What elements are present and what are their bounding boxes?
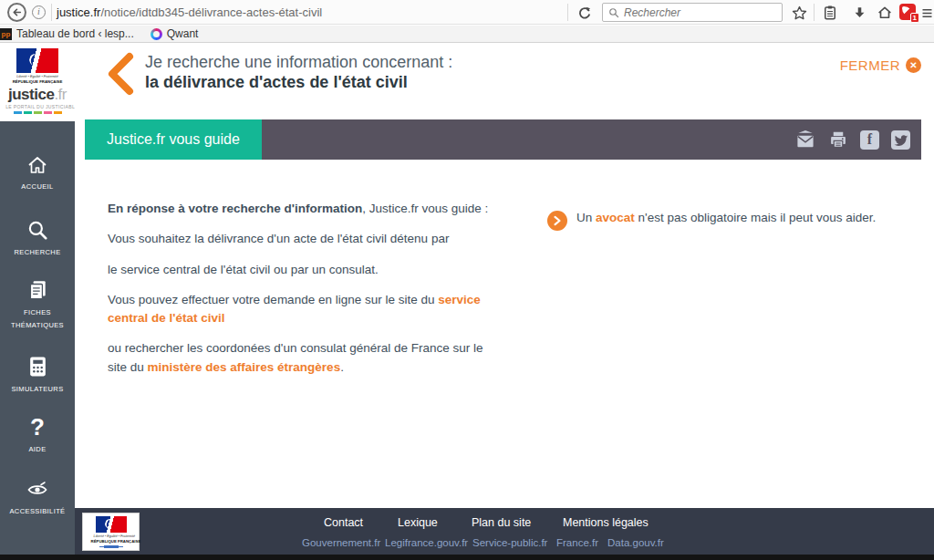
link-ministere-affaires-etrangeres[interactable]: ministère des affaires étrangères [148, 360, 341, 374]
swoosh-decoration [98, 545, 125, 548]
footer-link-lexique[interactable]: Lexique [398, 516, 438, 529]
twitter-icon [891, 130, 910, 150]
close-icon: ✕ [906, 57, 921, 73]
browser-toolbar: i justice.fr/notice/idtdb345-délivrance-… [0, 0, 934, 25]
page-pretitle: Je recherche une information concernant … [145, 53, 452, 72]
dashboard-favicon-icon: pp [0, 28, 12, 40]
download-icon [852, 5, 867, 21]
reload-button[interactable] [576, 5, 593, 21]
url-path: /notice/idtdb345-délivrance-actes-état-c… [100, 5, 322, 19]
paragraph: Vous souhaitez la délivrance d'un acte d… [108, 230, 491, 248]
hamburger-icon [920, 6, 934, 20]
home-button[interactable] [876, 4, 894, 22]
url-domain: justice.fr [57, 5, 100, 19]
brand-wordmark: justice.fr [0, 86, 75, 104]
screen: i justice.fr/notice/idtdb345-délivrance-… [0, 0, 934, 560]
republic-motto: Liberté • Égalité • Fraternité [94, 534, 129, 538]
color-dashes [0, 111, 75, 114]
search-bar[interactable] [602, 3, 783, 22]
bookmark-star-button[interactable] [790, 4, 808, 22]
republic-name: RÉPUBLIQUE FRANÇAISE [91, 540, 131, 544]
search-input[interactable] [624, 6, 776, 19]
arrow-right-icon [547, 211, 567, 231]
bookmark-label: Tableau de bord ‹ lesp... [16, 27, 134, 40]
chevron-left-icon [104, 52, 135, 96]
footer-link-data-gouv[interactable]: Data.gouv.fr [607, 537, 664, 548]
back-arrow-icon [11, 6, 23, 18]
divider [814, 4, 815, 21]
footer-link-plan-du-site[interactable]: Plan du site [472, 516, 531, 529]
sidebar-item-aide[interactable]: ? AIDE [0, 415, 75, 456]
home-icon [877, 5, 893, 21]
search-icon [608, 7, 619, 18]
menu-button[interactable] [918, 4, 934, 22]
bookmark-item-dashboard[interactable]: pp Tableau de bord ‹ lesp... [0, 27, 134, 40]
downloads-button[interactable] [850, 4, 868, 22]
search-icon [26, 218, 49, 242]
paragraph: Vous pouvez effectuer votre demande en l… [108, 291, 491, 328]
documents-icon [26, 278, 49, 302]
clipboard-icon [822, 5, 838, 21]
back-button[interactable] [7, 3, 26, 22]
republic-motto: Liberté • Égalité • Fraternité [15, 75, 61, 78]
bookmark-label: Qwant [167, 27, 199, 40]
footer: Liberté • Égalité • Fraternité RÉPUBLIQU… [75, 508, 934, 555]
sidebar-item-fiches-thematiques[interactable]: FICHES THÉMATIQUES [0, 278, 75, 333]
guide-text: En réponse à votre recherche d'informati… [108, 200, 491, 389]
close-notice-button[interactable]: FERMER ✕ [840, 57, 921, 73]
justice-logo[interactable]: Liberté • Égalité • Fraternité RÉPUBLIQU… [0, 43, 75, 121]
page-header: Je recherche une information concernant … [75, 43, 934, 119]
page-title: la délivrance d'actes de l'état civil [145, 73, 408, 92]
twitter-share-button[interactable] [891, 130, 910, 150]
page-viewport: Liberté • Égalité • Fraternité RÉPUBLIQU… [0, 43, 934, 560]
brand-tagline: LE PORTAIL DU JUSTICIABLE [5, 104, 69, 109]
footer-link-legifrance[interactable]: Legifrance.gouv.fr [385, 537, 468, 548]
divider [567, 4, 568, 21]
footer-link-contact[interactable]: Contact [324, 516, 363, 529]
footer-link-gouvernement[interactable]: Gouvernement.fr [302, 537, 380, 548]
screen-edge [0, 555, 934, 560]
sidebar-item-accueil[interactable]: ACCUEIL [0, 154, 75, 193]
printer-icon [828, 130, 848, 150]
republic-name: RÉPUBLIQUE FRANÇAISE [10, 80, 64, 84]
sidebar: Liberté • Égalité • Fraternité RÉPUBLIQU… [0, 43, 75, 560]
bookmarks-menu-button[interactable] [821, 4, 839, 22]
paragraph-intro: En réponse à votre recherche d'informati… [108, 200, 491, 218]
site-info-icon[interactable]: i [32, 5, 46, 19]
email-share-button[interactable] [794, 130, 816, 150]
paragraph: le service central de l'état civil ou pa… [108, 261, 491, 279]
guide-bar: Justice.fr vous guide f [85, 119, 921, 160]
envelope-icon [794, 130, 816, 150]
footer-link-mentions-legales[interactable]: Mentions légales [563, 516, 649, 529]
divider [51, 4, 52, 21]
link-avocat[interactable]: avocat [596, 211, 635, 224]
sidebar-item-simulateurs[interactable]: SIMULATEURS [0, 355, 75, 396]
footer-link-france-fr[interactable]: France.fr [556, 537, 598, 548]
republique-francaise-flag-icon [96, 516, 127, 533]
reload-icon [576, 5, 593, 21]
extension-button[interactable]: 1 [899, 4, 916, 20]
bookmark-item-qwant[interactable]: Qwant [150, 27, 199, 40]
home-icon [26, 154, 49, 176]
sidebar-item-recherche[interactable]: RECHERCHE [0, 218, 75, 259]
url-bar[interactable]: justice.fr/notice/idtdb345-délivrance-ac… [57, 5, 322, 19]
republique-francaise-logo: Liberté • Égalité • Fraternité RÉPUBLIQU… [82, 513, 140, 551]
facebook-share-button[interactable]: f [860, 130, 879, 150]
back-chevron-button[interactable] [104, 52, 135, 99]
lawyer-tip-text: Un avocat n'est pas obligatoire mais il … [576, 211, 876, 224]
qwant-favicon-icon [150, 28, 162, 40]
guide-bar-label: Justice.fr vous guide [85, 119, 262, 160]
sidebar-item-accessibilite[interactable]: ACCESSIBILITÉ [0, 479, 75, 518]
star-icon [791, 5, 808, 22]
republique-francaise-flag-icon [16, 48, 58, 73]
question-mark-icon: ? [0, 415, 75, 439]
footer-link-service-public[interactable]: Service-public.fr [472, 537, 547, 548]
accessibility-eye-icon [25, 479, 50, 501]
bookmarks-bar: pp Tableau de bord ‹ lesp... Qwant [0, 26, 934, 43]
lawyer-tip: Un avocat n'est pas obligatoire mais il … [547, 211, 903, 231]
paragraph: ou rechercher les coordonées d'un consul… [108, 339, 491, 377]
calculator-icon [26, 355, 49, 379]
print-button[interactable] [828, 130, 848, 150]
facebook-icon: f [867, 131, 872, 147]
